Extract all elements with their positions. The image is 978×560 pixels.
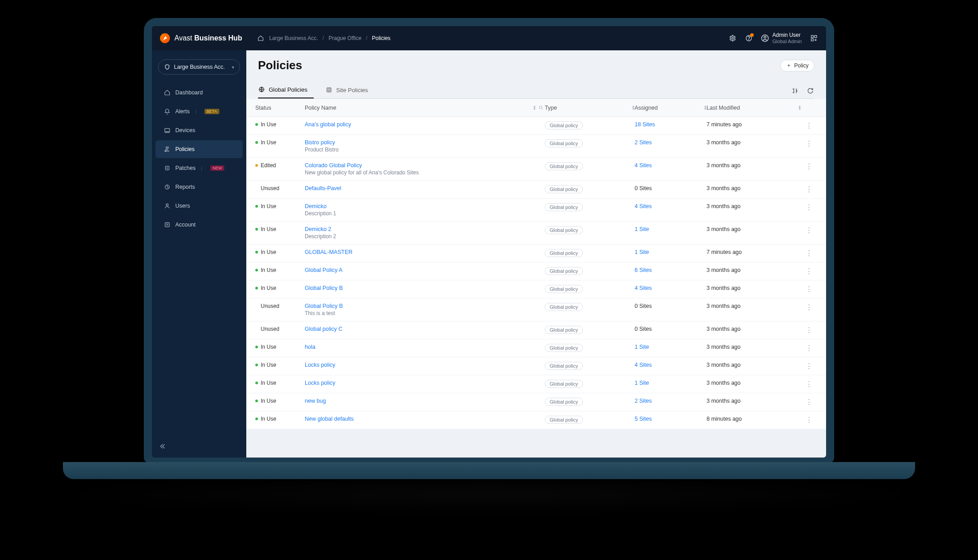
- sidebar-item-label: Users: [175, 203, 190, 209]
- assigned-link[interactable]: 4 Sites: [635, 162, 652, 169]
- sidebar-item-users[interactable]: Users: [156, 197, 243, 215]
- row-menu-icon[interactable]: ⋮: [805, 249, 813, 258]
- assigned-link[interactable]: 1 Site: [635, 249, 649, 255]
- status-dot: [255, 346, 258, 348]
- policy-name-link[interactable]: new bug: [305, 398, 326, 404]
- th-modified[interactable]: Last Modified ▴▾: [707, 105, 801, 111]
- help-icon[interactable]: [745, 34, 753, 42]
- row-menu-icon[interactable]: ⋮: [805, 203, 813, 212]
- policy-name-link[interactable]: hola: [305, 344, 316, 350]
- grid-apps-icon[interactable]: [810, 34, 818, 42]
- policy-name-link[interactable]: New global defaults: [305, 416, 354, 422]
- laptop-shadow: [27, 476, 951, 512]
- search-icon[interactable]: [538, 105, 545, 111]
- sidebar-item-devices[interactable]: Devices: [156, 121, 243, 139]
- policy-name-link[interactable]: Demicko 2: [305, 226, 331, 232]
- assigned-link[interactable]: 4 Sites: [635, 285, 652, 291]
- assigned-link[interactable]: 4 Sites: [635, 203, 652, 209]
- assigned-link[interactable]: 1 Site: [635, 226, 649, 232]
- row-menu-icon[interactable]: ⋮: [805, 416, 813, 424]
- type-badge: Global policy: [545, 344, 583, 352]
- sidebar-item-reports[interactable]: Reports: [156, 178, 243, 196]
- row-menu-icon[interactable]: ⋮: [805, 226, 813, 235]
- policy-name-link[interactable]: Locks policy: [305, 362, 335, 368]
- policy-name-link[interactable]: Global Policy B: [305, 303, 343, 309]
- modified-label: 3 months ago: [707, 344, 741, 350]
- sidebar-item-patches[interactable]: Patches|NEW: [156, 159, 243, 177]
- modified-label: 7 minutes ago: [707, 249, 742, 255]
- th-assigned[interactable]: Assigned ▴▾: [635, 105, 707, 111]
- assigned-link[interactable]: 4 Sites: [635, 362, 652, 368]
- modified-label: 3 months ago: [707, 285, 741, 291]
- status-label: In Use: [261, 226, 276, 232]
- table-row: In UseholaGlobal policy1 Site3 months ag…: [246, 339, 826, 357]
- table-row: UnusedGlobal Policy BThis is a testGloba…: [246, 298, 826, 321]
- user-menu[interactable]: Admin User Global Admin: [761, 32, 802, 44]
- row-menu-icon[interactable]: ⋮: [805, 139, 813, 148]
- assigned-link[interactable]: 6 Sites: [635, 267, 652, 273]
- modified-label: 3 months ago: [707, 226, 741, 232]
- row-menu-icon[interactable]: ⋮: [805, 326, 813, 334]
- policy-name-link[interactable]: Demicko: [305, 203, 327, 209]
- policy-name-link[interactable]: Defaults-Pavel: [305, 185, 341, 191]
- th-status[interactable]: Status: [255, 105, 305, 111]
- breadcrumb-root[interactable]: Large Business Acc.: [269, 35, 318, 41]
- row-menu-icon[interactable]: ⋮: [805, 162, 813, 171]
- status-label: In Use: [261, 203, 276, 209]
- breadcrumb-mid[interactable]: Prague Office: [329, 35, 361, 41]
- policy-name-link[interactable]: Colorado Global Policy: [305, 162, 362, 169]
- policy-name-link[interactable]: Ana's global policy: [305, 121, 351, 128]
- brand-text: Avast Business Hub: [174, 34, 242, 42]
- brand[interactable]: Avast Business Hub: [160, 33, 250, 43]
- chevron-down-icon: ▾: [232, 65, 234, 70]
- row-menu-icon[interactable]: ⋮: [805, 398, 813, 406]
- type-badge: Global policy: [545, 185, 583, 193]
- refresh-icon[interactable]: [806, 87, 814, 95]
- settings-icon[interactable]: [729, 34, 737, 42]
- column-settings-icon[interactable]: [791, 87, 799, 95]
- assigned-link[interactable]: 1 Site: [635, 380, 649, 386]
- row-menu-icon[interactable]: ⋮: [805, 285, 813, 293]
- policy-name-link[interactable]: Global Policy A: [305, 267, 342, 273]
- row-menu-icon[interactable]: ⋮: [805, 185, 813, 194]
- tab-global-policies[interactable]: Global Policies: [258, 81, 314, 98]
- row-menu-icon[interactable]: ⋮: [805, 362, 813, 370]
- th-type[interactable]: Type ▴▾: [545, 105, 635, 111]
- sidebar-item-label: Account: [175, 222, 196, 228]
- alerts-icon: [164, 108, 171, 115]
- reports-icon: [164, 183, 171, 191]
- row-menu-icon[interactable]: ⋮: [805, 344, 813, 352]
- policy-name-link[interactable]: Bistro policy: [305, 139, 335, 146]
- policy-name-link[interactable]: GLOBAL-MASTER: [305, 249, 352, 255]
- assigned-link[interactable]: 1 Site: [635, 344, 649, 350]
- table-row: In UseLocks policyGlobal policy4 Sites3 …: [246, 357, 826, 375]
- sidebar-item-policies[interactable]: Policies: [156, 140, 243, 158]
- users-icon: [164, 202, 171, 209]
- policy-name-link[interactable]: Global Policy B: [305, 285, 343, 291]
- assigned-link[interactable]: 18 Sites: [635, 121, 655, 128]
- add-policy-button[interactable]: ＋ Policy: [780, 60, 814, 71]
- assigned-link[interactable]: 2 Sites: [635, 398, 652, 404]
- th-policy-name[interactable]: Policy Name ▴▾: [305, 105, 545, 111]
- policy-description: Product Bistro: [305, 147, 338, 153]
- home-icon[interactable]: [257, 34, 265, 42]
- sidebar-item-account[interactable]: Account: [156, 216, 243, 234]
- assigned-link[interactable]: 5 Sites: [635, 416, 652, 422]
- policy-name-link[interactable]: Locks policy: [305, 380, 335, 386]
- row-menu-icon[interactable]: ⋮: [805, 380, 813, 388]
- sidebar-item-alerts[interactable]: Alerts|BETA: [156, 102, 243, 120]
- table-row: UnusedGlobal policy CGlobal policy0 Site…: [246, 321, 826, 339]
- row-menu-icon[interactable]: ⋮: [805, 267, 813, 276]
- assigned-link[interactable]: 2 Sites: [635, 139, 652, 146]
- policy-name-link[interactable]: Global policy C: [305, 326, 342, 332]
- tab-site-policies[interactable]: Site Policies: [325, 81, 374, 98]
- collapse-sidebar-button[interactable]: [158, 442, 166, 450]
- account-selector[interactable]: Large Business Acc. ▾: [158, 59, 240, 75]
- sidebar: Large Business Acc. ▾ DashboardAlerts|BE…: [152, 50, 246, 458]
- type-badge: Global policy: [545, 362, 583, 370]
- status-dot: [255, 287, 258, 289]
- row-menu-icon[interactable]: ⋮: [805, 303, 813, 311]
- row-menu-icon[interactable]: ⋮: [805, 121, 813, 130]
- type-badge: Global policy: [545, 139, 583, 147]
- sidebar-item-dashboard[interactable]: Dashboard: [156, 84, 243, 102]
